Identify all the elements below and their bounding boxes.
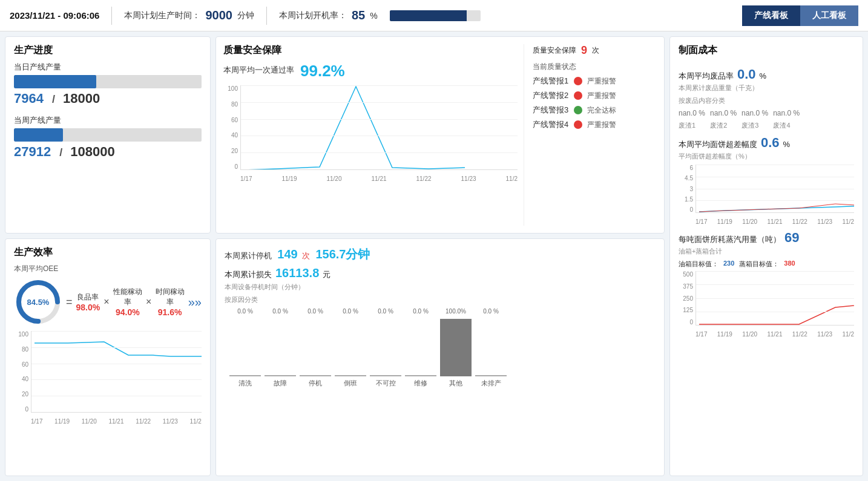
- plan-rate-label: 本周计划开机率：: [279, 10, 347, 21]
- header-divider2: [266, 7, 267, 25]
- perf-label: 性能稼动率: [113, 287, 142, 307]
- deviation-chart: 64.531.50 1/1711/1911/2011/2111/2211/231…: [679, 165, 854, 225]
- nan-4: nan.0 %: [773, 109, 800, 117]
- deviation-label: 本周平均面饼超差幅度: [679, 139, 757, 150]
- steam-plot: [695, 271, 854, 326]
- good-rate-val: 98.0%: [76, 303, 100, 312]
- good-rate-label: 良品率: [76, 292, 100, 303]
- steam-y-axis: 5003752501250: [679, 271, 695, 326]
- header: 2023/11/21 - 09:06:06 本周计划生产时间： 9000 分钟 …: [0, 0, 868, 31]
- stop-label: 本周累计停机: [225, 251, 272, 260]
- daily-current: 7964: [14, 91, 44, 106]
- good-rate-part: 良品率 98.0%: [76, 292, 100, 312]
- bar-pct-2: 0.0 %: [265, 308, 296, 315]
- alarm-4-name: 产线警报4: [533, 119, 569, 130]
- bar-labels-row: 清洗 故障 停机 倒班 不可控 维修 其他 未排产: [225, 379, 656, 388]
- bar-3: [300, 375, 331, 376]
- deviation-plot: [695, 165, 854, 213]
- weekly-slash: /: [59, 146, 65, 159]
- bar-lbl-5: 不可控: [370, 379, 401, 388]
- weekly-total: 108000: [70, 144, 114, 159]
- steam-chart: 5003752501250 1/1711/1911/2011/2111/2211…: [679, 271, 854, 338]
- boiler-label: 蒸箱目标值：: [739, 260, 779, 269]
- waste-3: 废渣3: [741, 121, 758, 130]
- loss-unit: 元: [323, 269, 330, 280]
- bar-1: [229, 375, 261, 376]
- bar-lbl-8: 未排产: [475, 379, 507, 388]
- steam-targets: 油箱目标值： 230 蒸箱目标值： 380: [679, 260, 854, 269]
- alarm-row-2: 产线警报2 严重报警: [533, 90, 657, 101]
- production-board-btn[interactable]: 产线看板: [742, 5, 800, 26]
- bar-pct-7: 100.0%: [440, 308, 472, 315]
- daily-progress-bar: [14, 75, 202, 88]
- quality-x-axis: 1/1711/1911/2011/2111/2211/2311/2: [240, 175, 518, 182]
- daily-total: 18000: [63, 91, 100, 106]
- quality-title: 质量安全保障: [223, 44, 518, 57]
- quality-plot: [240, 85, 518, 170]
- bar-lbl-1: 清洗: [229, 379, 261, 388]
- alarm-3-status: 完全达标: [587, 105, 616, 116]
- time-val: 91.6%: [155, 307, 184, 317]
- bar-pct-6: 0.0 %: [405, 308, 436, 315]
- steam-val: 69: [784, 230, 799, 246]
- bar-pct-5: 0.0 %: [370, 308, 401, 315]
- quality-rate-label: 本周平均一次通过率: [223, 65, 294, 76]
- deviation-y-axis: 64.531.50: [679, 165, 695, 213]
- alarm-1-status: 严重报警: [587, 76, 616, 87]
- alarm-1-name: 产线警报1: [533, 76, 569, 87]
- waste-sub1: 本周累计废品重量（千克）: [679, 83, 854, 93]
- bar-pct-row: 0.0 % 0.0 % 0.0 % 0.0 % 0.0 % 0.0 % 100.…: [225, 308, 656, 315]
- weekly-label: 当周产线产量: [14, 115, 202, 126]
- alarm-2-dot: [574, 91, 582, 100]
- nan-3: nan.0 %: [741, 109, 768, 117]
- alarm-3-name: 产线警报3: [533, 105, 569, 116]
- oee-x-axis: 1/1711/1911/2011/2111/2211/2311/2: [31, 418, 202, 425]
- loss-val: 16113.8: [275, 266, 319, 280]
- oee-x2: ×: [146, 296, 151, 307]
- efficiency-right-card: 本周累计停机 149 次 156.7分钟 本周累计损失 16113.8 元 本周…: [215, 238, 665, 476]
- stop-sub1: 本周设备停机时间（分钟）: [225, 283, 656, 292]
- oee-chart: 100806040200 1/1711/1911/2011/2111/2211/…: [14, 331, 202, 425]
- quality-y-axis: 100806040200: [223, 85, 240, 170]
- bar-pct-1: 0.0 %: [229, 308, 261, 315]
- steam-x-axis: 1/1711/1911/2011/2111/2211/2311/2: [695, 331, 854, 338]
- deviation-sub: 平均面饼超差幅度（%）: [679, 152, 854, 161]
- plan-rate-bar: [390, 10, 481, 21]
- deviation-x-axis: 1/1711/1911/2011/2111/2211/2311/2: [695, 218, 854, 225]
- main-content: 生产进度 当日产线产量 7964 / 18000 当周产线产量 27912 / …: [0, 31, 868, 481]
- nan-1: nan.0 %: [679, 109, 705, 117]
- bar-lbl-3: 停机: [300, 379, 331, 388]
- bar-6: [405, 375, 436, 376]
- quality-chart: 100806040200 1/1711/1911/2011/2111/2211/…: [223, 85, 518, 182]
- cost-title: 制面成本: [679, 44, 854, 57]
- oee-gauge: 84.5%: [14, 278, 62, 326]
- quality-left: 质量安全保障 本周平均一次通过率 99.2% 100806040200: [223, 44, 524, 226]
- alarm-row-1: 产线警报1 严重报警: [533, 76, 657, 87]
- efficiency-left-card: 生产效率 本周平均OEE 84.5% = 良品率 98.0% ×: [5, 238, 211, 476]
- cost-card: 制面成本 本周平均废品率 0.0 % 本周累计废品重量（千克） 按废品内容分类 …: [669, 36, 863, 476]
- deviation-section: 本周平均面饼超差幅度 0.6 % 平均面饼超差幅度（%） 64.531.50: [679, 135, 854, 225]
- time-part: 时间稼动率 91.6%: [155, 287, 184, 317]
- loss-row: 本周累计损失 16113.8 元: [225, 266, 656, 280]
- oee-label: 本周平均OEE: [14, 264, 202, 274]
- weekly-numbers: 27912 / 108000: [14, 144, 202, 160]
- alarm-4-dot: [574, 120, 582, 129]
- daily-label: 当日产线产量: [14, 62, 202, 73]
- oee-arrow: »»: [188, 295, 202, 309]
- alarm-row-4: 产线警报4 严重报警: [533, 119, 657, 130]
- plan-time-val: 9000: [205, 8, 232, 22]
- bar-7: [440, 319, 472, 376]
- waste-1: 废渣1: [679, 121, 695, 130]
- alarm-row-3: 产线警报3 完全达标: [533, 105, 657, 116]
- alarm-1-dot: [574, 77, 582, 85]
- nan-row: nan.0 % nan.0 % nan.0 % nan.0 %: [679, 109, 854, 117]
- bar-lbl-6: 维修: [405, 379, 436, 388]
- bar-pct-3: 0.0 %: [300, 308, 331, 315]
- oee-x1: ×: [104, 296, 109, 307]
- header-divider: [111, 7, 112, 25]
- stop-unit: 次: [302, 251, 310, 260]
- manual-board-btn[interactable]: 人工看板: [800, 5, 858, 26]
- quality-count-val: 9: [581, 44, 587, 57]
- alarm-2-status: 严重报警: [587, 91, 616, 101]
- perf-val: 94.0%: [113, 307, 142, 317]
